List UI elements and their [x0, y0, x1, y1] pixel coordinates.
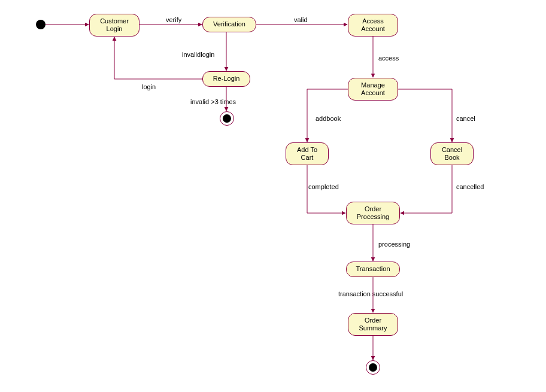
edge-label-completed: completed [308, 183, 339, 190]
node-label: CancelBook [442, 146, 462, 162]
state-access-account: AccessAccount [348, 14, 398, 37]
edge-label-verify: verify [166, 16, 181, 23]
node-label: AccessAccount [361, 17, 385, 33]
edge-label-valid: valid [294, 16, 308, 23]
node-label: Add ToCart [297, 146, 317, 162]
state-verification: Verification [202, 17, 256, 32]
node-label: Re-Login [213, 75, 240, 83]
node-label: OrderProcessing [357, 205, 389, 221]
edge-label-transaction-successful: transaction successful [338, 290, 403, 297]
state-order-summary: OrderSummary [348, 313, 398, 336]
state-cancel-book: CancelBook [430, 142, 474, 165]
state-diagram: CustomerLogin Verification AccessAccount… [0, 0, 546, 392]
edge-label-cancelled: cancelled [456, 183, 484, 190]
edge-label-login: login [142, 83, 156, 90]
state-add-to-cart: Add ToCart [286, 142, 329, 165]
edge-label-addbook: addbook [316, 115, 341, 122]
state-manage-account: ManageAccount [348, 78, 398, 101]
edge-label-processing: processing [378, 241, 410, 248]
node-label: Verification [213, 20, 245, 28]
state-order-processing: OrderProcessing [346, 202, 400, 224]
edge-label-invalidlogin: invalidlogin [182, 51, 214, 58]
state-re-login: Re-Login [202, 71, 250, 87]
final-state-login [220, 111, 234, 126]
node-label: Transaction [356, 265, 390, 273]
edge-label-invalid3: invalid >3 times [190, 98, 236, 105]
node-label: ManageAccount [361, 81, 385, 97]
final-state-order [366, 360, 380, 375]
edge-label-cancel: cancel [456, 115, 475, 122]
edges-layer [0, 0, 546, 392]
node-label: OrderSummary [359, 317, 387, 332]
state-transaction: Transaction [346, 262, 400, 277]
node-label: CustomerLogin [100, 17, 129, 33]
edge-label-access: access [378, 54, 399, 62]
state-customer-login: CustomerLogin [89, 14, 139, 37]
initial-state [36, 20, 46, 29]
